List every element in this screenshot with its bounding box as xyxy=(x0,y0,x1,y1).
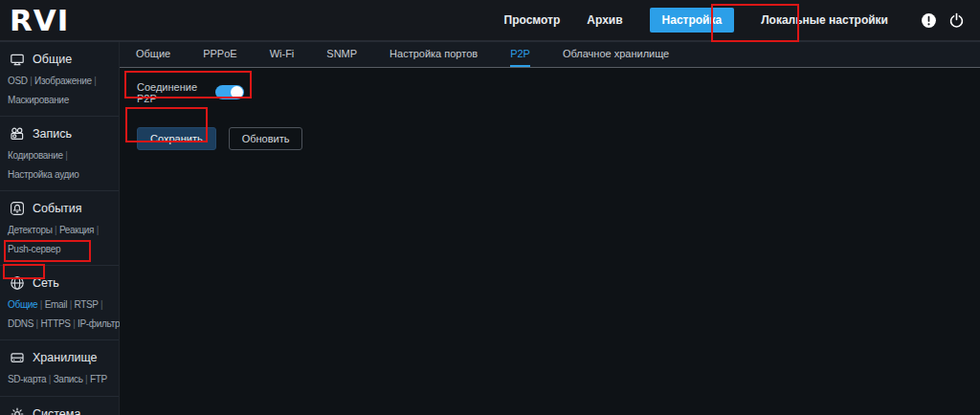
display-icon xyxy=(10,52,25,67)
sidebar-links: OSDИзображение Маскирование xyxy=(8,72,115,109)
tab-port-settings[interactable]: Настройка портов xyxy=(390,42,478,67)
p2p-settings-panel: Соединение P2P Сохранить Обновить xyxy=(120,68,980,150)
globe-icon xyxy=(10,275,25,291)
sidebar-header-storage[interactable]: Хранилище xyxy=(8,346,115,370)
sidebar-link-osd[interactable]: OSD xyxy=(8,76,34,86)
bell-icon xyxy=(10,201,25,216)
sidebar-header-general[interactable]: Общие xyxy=(8,48,115,72)
action-buttons: Сохранить Обновить xyxy=(137,127,980,150)
top-navigation: Просмотр Архив Настройка Локальные настр… xyxy=(504,8,980,33)
sidebar-section-system: Система ОбщееПользователи СервисИнформац… xyxy=(0,397,119,415)
page-body: Общие OSDИзображение Маскирование За xyxy=(0,42,980,415)
topbar-icons xyxy=(921,12,965,29)
tab-bar: Общие PPPoE Wi-Fi SNMP Настройка портов … xyxy=(120,42,980,68)
sidebar-link-image[interactable]: Изображение xyxy=(34,76,96,86)
sidebar-title: Общие xyxy=(33,53,72,66)
sidebar-links: Кодирование Настройка аудио xyxy=(8,146,115,184)
app-window: RVI Просмотр Архив Настройка Локальные н… xyxy=(0,0,980,415)
nav-settings[interactable]: Настройка xyxy=(650,8,735,33)
sidebar-section-record: Запись Кодирование Настройка аудио xyxy=(0,117,119,191)
sidebar-link-sd-card[interactable]: SD-карта xyxy=(8,374,54,384)
alert-icon[interactable] xyxy=(921,12,937,29)
sidebar-links: ДетекторыРеакция Push-сервер xyxy=(8,221,115,258)
tab-pppoe[interactable]: PPPoE xyxy=(203,42,236,67)
sidebar-link-network-general[interactable]: Общие xyxy=(8,299,45,310)
sidebar-section-network: Сеть ОбщиеEmailRTSP DDNSHTTPSIP-фильтр xyxy=(0,266,119,340)
p2p-setting-row: Соединение P2P xyxy=(137,79,980,105)
tab-p2p[interactable]: P2P xyxy=(510,42,530,67)
sidebar-link-record[interactable]: Запись xyxy=(54,374,90,384)
brand-logo: RVI xyxy=(0,6,69,35)
sidebar-title: Запись xyxy=(33,127,72,141)
save-button[interactable]: Сохранить xyxy=(137,127,216,150)
sidebar-link-audio-settings[interactable]: Настройка аудио xyxy=(8,169,79,180)
sidebar-header-events[interactable]: События xyxy=(8,197,115,221)
sidebar-title: Система xyxy=(33,407,80,415)
sidebar-section-storage: Хранилище SD-картаЗаписьFTP xyxy=(0,340,119,397)
sidebar-link-masking[interactable]: Маскирование xyxy=(8,95,69,105)
nav-preview[interactable]: Просмотр xyxy=(504,13,561,27)
sidebar-link-encoding[interactable]: Кодирование xyxy=(8,150,68,161)
sidebar-links: SD-картаЗаписьFTP xyxy=(8,370,115,389)
toggle-knob xyxy=(231,86,243,98)
sidebar-link-ddns[interactable]: DDNS xyxy=(8,318,40,329)
sidebar-section-general: Общие OSDИзображение Маскирование xyxy=(0,42,119,117)
power-icon[interactable] xyxy=(948,12,965,29)
sidebar-header-network[interactable]: Сеть xyxy=(8,272,115,295)
sidebar-header-system[interactable]: Система xyxy=(8,403,115,415)
tab-wifi[interactable]: Wi-Fi xyxy=(270,42,295,67)
sidebar-title: Сеть xyxy=(33,276,59,290)
gear-icon xyxy=(10,406,25,415)
p2p-toggle[interactable] xyxy=(215,85,244,99)
nav-archive[interactable]: Архив xyxy=(587,13,622,27)
sidebar-links: ОбщиеEmailRTSP DDNSHTTPSIP-фильтр xyxy=(8,295,115,333)
sidebar-link-push-server[interactable]: Push-сервер xyxy=(8,244,60,254)
tab-general[interactable]: Общие xyxy=(136,42,170,67)
sidebar: Общие OSDИзображение Маскирование За xyxy=(0,42,120,415)
tab-snmp[interactable]: SNMP xyxy=(326,42,357,67)
main-content: Общие PPPoE Wi-Fi SNMP Настройка портов … xyxy=(120,42,980,415)
sidebar-link-detectors[interactable]: Детекторы xyxy=(8,225,59,235)
sidebar-link-https[interactable]: HTTPS xyxy=(40,318,78,329)
sidebar-title: События xyxy=(33,202,82,215)
sidebar-link-reaction[interactable]: Реакция xyxy=(59,225,99,235)
refresh-button[interactable]: Обновить xyxy=(229,127,303,150)
sidebar-link-rtsp[interactable]: RTSP xyxy=(74,299,102,310)
sidebar-link-ip-filter[interactable]: IP-фильтр xyxy=(78,318,120,329)
camera-icon xyxy=(10,126,25,142)
sidebar-header-record[interactable]: Запись xyxy=(8,122,115,146)
sidebar-link-ftp[interactable]: FTP xyxy=(90,374,107,384)
sidebar-link-email[interactable]: Email xyxy=(45,299,75,310)
nav-local-settings[interactable]: Локальные настройки xyxy=(761,13,888,27)
drive-icon xyxy=(10,350,25,365)
sidebar-section-events: События ДетекторыРеакция Push-сервер xyxy=(0,191,119,266)
sidebar-title: Хранилище xyxy=(33,351,98,364)
tab-cloud-storage[interactable]: Облачное хранилище xyxy=(563,42,669,67)
topbar: RVI Просмотр Архив Настройка Локальные н… xyxy=(0,0,980,42)
p2p-toggle-label: Соединение P2P xyxy=(137,81,215,104)
